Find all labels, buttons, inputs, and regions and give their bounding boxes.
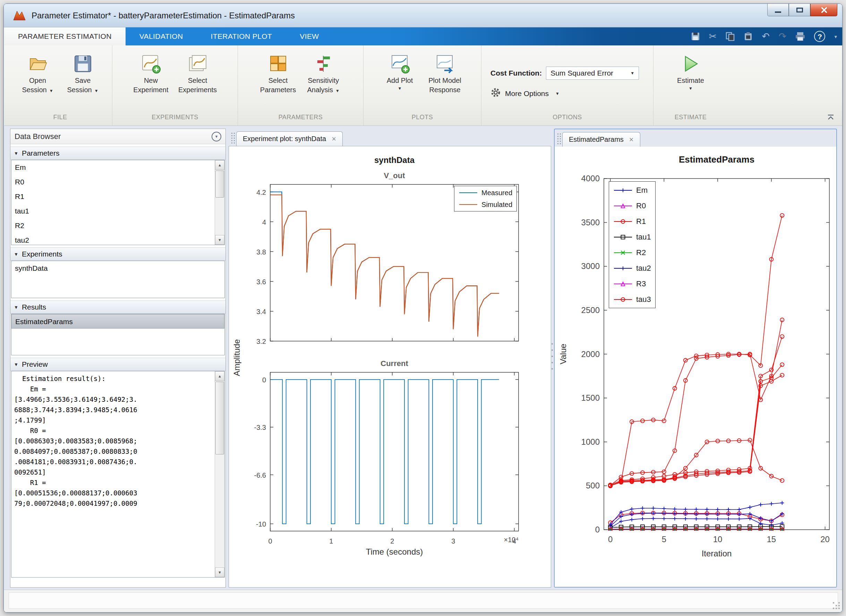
close-button[interactable] (810, 4, 837, 16)
tab-parameter-estimation[interactable]: PARAMETER ESTIMATION (4, 27, 126, 45)
close-tab-icon[interactable]: × (629, 136, 634, 144)
legend-entry-tau1: tau1 (613, 229, 651, 245)
y-tick-label: 3.2 (256, 337, 266, 345)
redo-icon[interactable]: ↷ (779, 32, 787, 41)
sensitivity-analysis-button[interactable]: Sensitivity Analysis▼ (301, 48, 346, 96)
select-experiments-button[interactable]: Select Experiments (173, 48, 222, 95)
tab-iteration-plot[interactable]: ITERATION PLOT (197, 27, 286, 45)
resize-grip[interactable] (833, 602, 840, 610)
caret-down-icon: ▼ (335, 88, 339, 93)
parameter-item[interactable]: R2 (12, 219, 214, 233)
open-session-button[interactable]: Open Session▼ (15, 48, 60, 96)
preview-section-header[interactable]: ▼ Preview (10, 358, 225, 371)
paste-icon[interactable] (744, 32, 753, 41)
experiments-section-header[interactable]: ▼ Experiments (10, 248, 225, 261)
undo-icon[interactable]: ↶ (762, 32, 770, 41)
gear-icon (491, 87, 501, 100)
minimize-button[interactable] (767, 4, 789, 16)
panel-splitter[interactable] (551, 341, 553, 372)
estimate-button[interactable]: Estimate ▼ (668, 48, 713, 91)
scroll-up-icon[interactable]: ▲ (215, 371, 225, 381)
drag-handle-icon[interactable] (557, 133, 561, 145)
scroll-down-icon[interactable]: ▼ (215, 235, 225, 245)
caret-down-icon: ▼ (555, 91, 560, 96)
y-tick-label: 3000 (581, 261, 600, 271)
legend-entry-R2: R2 (613, 245, 651, 260)
ribbon-group-file: Open Session▼ Save Session▼ FILE (8, 45, 112, 126)
series-tau3-d (611, 365, 782, 486)
titlebar[interactable]: Parameter Estimator* - batteryParameterE… (4, 4, 842, 27)
y-tick-label: 2500 (581, 305, 600, 315)
results-section-header[interactable]: ▼ Results (10, 301, 225, 314)
toolbar-menu-chevron-icon[interactable]: ▾ (834, 34, 837, 39)
parameter-item[interactable]: R0 (12, 175, 214, 189)
group-label-plots: PLOTS (364, 114, 481, 126)
amplitude-axis-label: Amplitude (231, 185, 243, 531)
select-parameters-button[interactable]: Select Parameters (255, 48, 301, 95)
scroll-up-icon[interactable]: ▲ (215, 160, 225, 170)
y-tick-label: 3.8 (256, 248, 266, 256)
plot-model-response-button[interactable]: Plot Model Response (423, 48, 467, 95)
legend-entry-R1: R1 (613, 214, 651, 229)
parameters-scrollbar[interactable]: ▲ ▼ (215, 160, 225, 245)
estimated-params-tab[interactable]: EstimatedParams × (562, 132, 640, 147)
data-browser-header: Data Browser ▾ (10, 129, 225, 144)
ribbon: Open Session▼ Save Session▼ FILE (4, 45, 843, 126)
scroll-thumb[interactable] (215, 382, 224, 455)
result-item-selected[interactable]: EstimatedParams (12, 314, 225, 329)
cost-function-select[interactable]: Sum Squared Error ▼ (546, 66, 639, 80)
series-Measured (270, 192, 499, 337)
tab-validation[interactable]: VALIDATION (126, 27, 197, 45)
current-axes: 012340-3.3-6.6-10 (270, 372, 518, 531)
copy-icon[interactable] (726, 32, 735, 41)
save-session-button[interactable]: Save Session▼ (60, 48, 106, 96)
parameters-section-header[interactable]: ▼ Parameters (10, 147, 225, 160)
x-tick-label: 3 (451, 537, 455, 545)
experiment-item[interactable]: synthData (12, 261, 225, 276)
help-icon[interactable]: ? (814, 31, 825, 42)
window-title: Parameter Estimator* - batteryParameterE… (32, 11, 295, 21)
cut-icon[interactable]: ✂ (709, 32, 717, 41)
scroll-down-icon[interactable]: ▼ (215, 568, 225, 577)
status-box (9, 593, 838, 609)
new-experiment-button[interactable]: New Experiment (128, 48, 173, 95)
y-tick-label: -6.6 (254, 471, 266, 479)
legend-entry-Simulated: Simulated (458, 199, 512, 210)
save-disk-icon (73, 52, 93, 76)
quick-access-toolbar: ✂ ↶ ↷ ? ▾ (691, 27, 837, 45)
collapse-ribbon-icon[interactable] (827, 114, 835, 122)
cost-function-label: Cost Function: (491, 69, 542, 77)
tab-view[interactable]: VIEW (286, 27, 333, 45)
group-label-options: OPTIONS (482, 114, 653, 126)
preview-scrollbar[interactable]: ▲ ▼ (215, 371, 225, 577)
drag-handle-icon[interactable] (231, 132, 235, 145)
print-icon[interactable] (795, 32, 805, 41)
parameter-item[interactable]: R1 (12, 189, 214, 204)
scroll-thumb[interactable] (215, 170, 224, 198)
x-tick-label: 1 (329, 537, 333, 545)
more-options-button[interactable]: More Options ▼ (491, 87, 560, 100)
add-plot-icon (389, 52, 410, 76)
experiment-plot-tab[interactable]: Experiment plot: synthData × (236, 131, 343, 146)
legend-entry-R3: R3 (613, 276, 651, 292)
ribbon-group-estimate: Estimate ▼ ESTIMATE (654, 45, 728, 126)
x-tick-label: 0 (268, 537, 272, 545)
vout-axes: 3.23.43.63.844.2MeasuredSimulated (270, 185, 518, 341)
parameter-item[interactable]: tau2 (12, 233, 214, 245)
panel-menu-icon[interactable]: ▾ (212, 132, 221, 141)
caret-down-icon: ▼ (49, 88, 53, 93)
parameter-item[interactable]: tau1 (12, 204, 214, 219)
select-parameters-icon (268, 52, 288, 76)
ribbon-group-experiments: New Experiment Select Experiments EXPERI… (112, 45, 238, 126)
close-tab-icon[interactable]: × (332, 135, 336, 143)
current-subplot-title: Current (270, 359, 518, 368)
y-tick-label: 1000 (581, 437, 600, 446)
add-plot-button[interactable]: Add Plot ▼ (377, 48, 423, 91)
y-tick-label: 2000 (581, 349, 600, 359)
chart-canvas: 012340-3.3-6.6-10 (270, 372, 518, 531)
x-tick-label: 0 (608, 535, 612, 544)
parameter-item[interactable]: Em (12, 160, 214, 175)
save-icon[interactable] (691, 32, 700, 41)
y-tick-label: -10 (256, 520, 266, 528)
maximize-button[interactable] (789, 4, 810, 16)
